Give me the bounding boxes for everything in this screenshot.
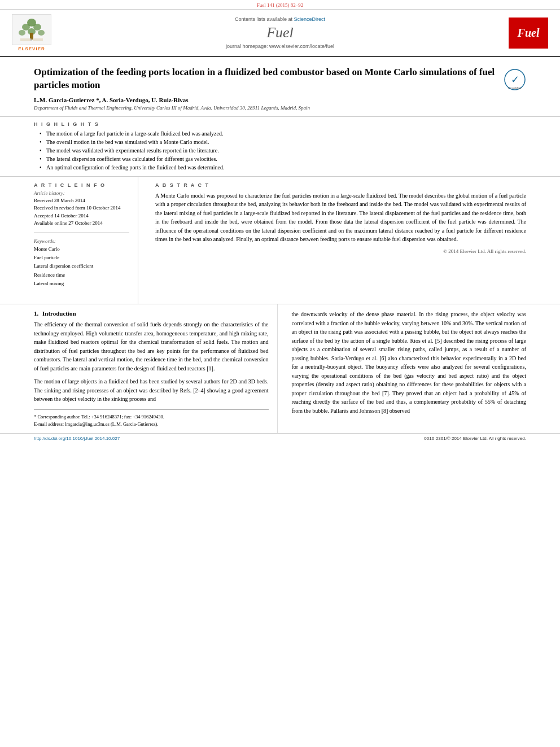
crossmark-icon[interactable]: ✓ CrossMark bbox=[504, 68, 526, 91]
list-item: The model was validated with experimenta… bbox=[40, 146, 526, 155]
footnote-area: * Corresponding author. Tel.: +34 916248… bbox=[34, 409, 269, 428]
article-history: Article history: Received 28 March 2014 … bbox=[34, 190, 129, 233]
abstract-label: A B S T R A C T bbox=[155, 182, 526, 188]
journal-header: ELSEVIER Contents lists available at Sci… bbox=[0, 10, 560, 57]
contents-label: Contents lists available at bbox=[235, 16, 292, 22]
available-date: Available online 27 October 2014 bbox=[34, 220, 129, 228]
section-number: 1. bbox=[34, 310, 38, 317]
article-title-row: Optimization of the feeding ports locati… bbox=[34, 66, 526, 92]
main-right-col: the downwards velocity of the dense phas… bbox=[289, 304, 527, 433]
authors-line: L.M. Garcia-Gutierrez *, A. Soria-Verdug… bbox=[34, 97, 526, 103]
keyword-item: Fuel particle bbox=[34, 254, 129, 262]
section-heading: Introduction bbox=[42, 310, 76, 317]
keyword-item: Residence time bbox=[34, 271, 129, 279]
keyword-item: Lateral mixing bbox=[34, 279, 129, 288]
abstract-col: A B S T R A C T A Monte Carlo model was … bbox=[150, 177, 526, 304]
intro-paragraph-1: The efficiency of the thermal conversion… bbox=[34, 320, 269, 373]
received-date: Received 28 March 2014 bbox=[34, 197, 129, 205]
keywords-section: Keywords: Monte Carlo Fuel particle Late… bbox=[34, 238, 129, 292]
highlights-section: H I G H L I G H T S The motion of a larg… bbox=[0, 117, 560, 177]
two-col-area: A R T I C L E I N F O Article history: R… bbox=[0, 177, 560, 304]
keywords-list: Monte Carlo Fuel particle Lateral disper… bbox=[34, 245, 129, 288]
footer-issn: 0016-2361/© 2014 Elsevier Ltd. All right… bbox=[424, 436, 526, 441]
main-content: 1. Introduction The efficiency of the th… bbox=[0, 304, 560, 433]
svg-rect-8 bbox=[20, 38, 30, 41]
fuel-logo-box: Fuel bbox=[509, 18, 548, 49]
list-item: The motion of a large fuel particle in a… bbox=[40, 129, 526, 138]
article-title-area: Optimization of the feeding ports locati… bbox=[0, 57, 560, 117]
journal-ref: Fuel 141 (2015) 82–92 bbox=[257, 2, 304, 8]
tree-svg bbox=[15, 17, 49, 42]
article-title: Optimization of the feeding ports locati… bbox=[34, 66, 504, 92]
footnote-corresponding: * Corresponding author. Tel.: +34 916248… bbox=[34, 413, 269, 421]
main-left-col: 1. Introduction The efficiency of the th… bbox=[34, 304, 278, 433]
elsevier-logo: ELSEVIER bbox=[9, 14, 54, 51]
elsevier-logo-image bbox=[12, 14, 51, 45]
author-names: L.M. Garcia-Gutierrez *, A. Soria-Verdug… bbox=[34, 97, 189, 103]
abstract-text: A Monte Carlo model was proposed to char… bbox=[155, 191, 526, 244]
homepage-line: journal homepage: www.elsevier.com/locat… bbox=[60, 43, 500, 49]
keyword-item: Monte Carlo bbox=[34, 245, 129, 254]
svg-text:✓: ✓ bbox=[511, 74, 519, 85]
list-item: The overall motion in the bed was simula… bbox=[40, 138, 526, 146]
journal-center: Contents lists available at ScienceDirec… bbox=[60, 14, 500, 51]
svg-point-6 bbox=[38, 30, 45, 36]
footnote-email: E-mail address: lmgarcia@ing.uc3m.es (L.… bbox=[34, 421, 269, 428]
page: Fuel 141 (2015) 82–92 bbox=[0, 0, 560, 747]
highlights-list: The motion of a large fuel particle in a… bbox=[34, 129, 526, 172]
affiliation-line: Department of Fluids and Thermal Enginee… bbox=[34, 105, 526, 111]
article-info-label: A R T I C L E I N F O bbox=[34, 182, 129, 188]
article-info-col: A R T I C L E I N F O Article history: R… bbox=[34, 177, 138, 304]
top-bar: Fuel 141 (2015) 82–92 bbox=[0, 0, 560, 10]
right-paragraph-1: the downwards velocity of the dense phas… bbox=[292, 310, 527, 415]
journal-name: Fuel bbox=[60, 24, 500, 41]
sciencedirect-line: Contents lists available at ScienceDirec… bbox=[60, 16, 500, 22]
list-item: An optimal configuration of feeding port… bbox=[40, 163, 526, 172]
svg-text:CrossMark: CrossMark bbox=[508, 86, 522, 90]
revised-date: Received in revised form 10 October 2014 bbox=[34, 204, 129, 212]
sciencedirect-link[interactable]: ScienceDirect bbox=[294, 16, 326, 22]
intro-heading: 1. Introduction bbox=[34, 310, 269, 317]
fuel-logo-right: Fuel bbox=[506, 14, 551, 51]
accepted-date: Accepted 14 October 2014 bbox=[34, 212, 129, 220]
keyword-item: Lateral dispersion coefficient bbox=[34, 262, 129, 270]
doi-link[interactable]: http://dx.doi.org/10.1016/j.fuel.2014.10… bbox=[34, 436, 120, 441]
list-item: The lateral dispersion coefficient was c… bbox=[40, 155, 526, 163]
highlights-label: H I G H L I G H T S bbox=[34, 121, 526, 127]
footer-bar: http://dx.doi.org/10.1016/j.fuel.2014.10… bbox=[0, 433, 560, 443]
article-history-title: Article history: bbox=[34, 190, 129, 196]
elsevier-text: ELSEVIER bbox=[18, 46, 45, 51]
intro-paragraph-2: The motion of large objects in a fluidiz… bbox=[34, 377, 269, 404]
svg-rect-9 bbox=[33, 38, 43, 41]
keywords-label: Keywords: bbox=[34, 238, 129, 244]
copyright-line: © 2014 Elsevier Ltd. All rights reserved… bbox=[155, 248, 526, 254]
email-label: E-mail address: lmgarcia@ing.uc3m.es (L.… bbox=[34, 421, 158, 427]
svg-point-4 bbox=[19, 30, 25, 36]
